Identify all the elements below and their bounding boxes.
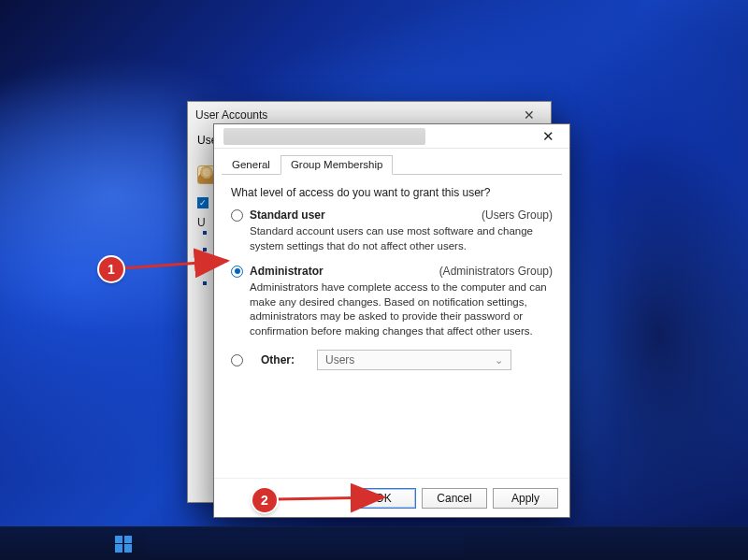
admin-desc: Administrators have complete access to t… [250, 280, 549, 338]
standard-desc: Standard account users can use most soft… [250, 224, 549, 253]
option-other[interactable]: Other: Users ⌄ [231, 350, 553, 370]
windows-logo-icon [115, 536, 132, 553]
close-icon[interactable]: ✕ [515, 108, 543, 122]
radio-administrator[interactable] [231, 266, 243, 278]
user-accounts-title: User Accounts [195, 108, 267, 122]
cancel-button[interactable]: Cancel [422, 488, 487, 509]
standard-label: Standard user [250, 208, 482, 222]
admin-group: (Administrators Group) [439, 265, 553, 278]
access-level-prompt: What level of access do you want to gran… [231, 186, 553, 199]
standard-group: (Users Group) [482, 208, 553, 222]
option-standard-user[interactable]: Standard user (Users Group) Standard acc… [231, 208, 553, 253]
close-icon[interactable]: ✕ [532, 126, 564, 147]
chevron-down-icon: ⌄ [495, 354, 503, 366]
annotation-badge-2: 2 [252, 488, 277, 512]
taskbar[interactable] [0, 526, 748, 560]
radio-other[interactable] [231, 354, 243, 366]
tab-strip: General Group Membership [222, 154, 562, 175]
other-group-select[interactable]: Users ⌄ [317, 350, 511, 370]
checkbox-icon[interactable]: ✓ [197, 197, 209, 208]
tab-group-membership[interactable]: Group Membership [280, 155, 393, 175]
group-membership-dialog: ✕ General Group Membership What level of… [213, 123, 570, 518]
admin-label: Administrator [250, 265, 439, 278]
option-administrator[interactable]: Administrator (Administrators Group) Adm… [231, 265, 553, 338]
annotation-badge-1: 1 [99, 257, 123, 281]
tab-general[interactable]: General [222, 155, 280, 175]
start-button[interactable] [107, 531, 140, 557]
dialog-title-redacted [223, 128, 425, 145]
apply-button[interactable]: Apply [493, 488, 558, 509]
ok-button[interactable]: OK [351, 488, 416, 509]
other-label: Other: [261, 353, 306, 366]
radio-standard[interactable] [231, 209, 243, 222]
other-selected-value: Users [325, 353, 354, 366]
taskbar-apps-area[interactable] [146, 532, 464, 556]
